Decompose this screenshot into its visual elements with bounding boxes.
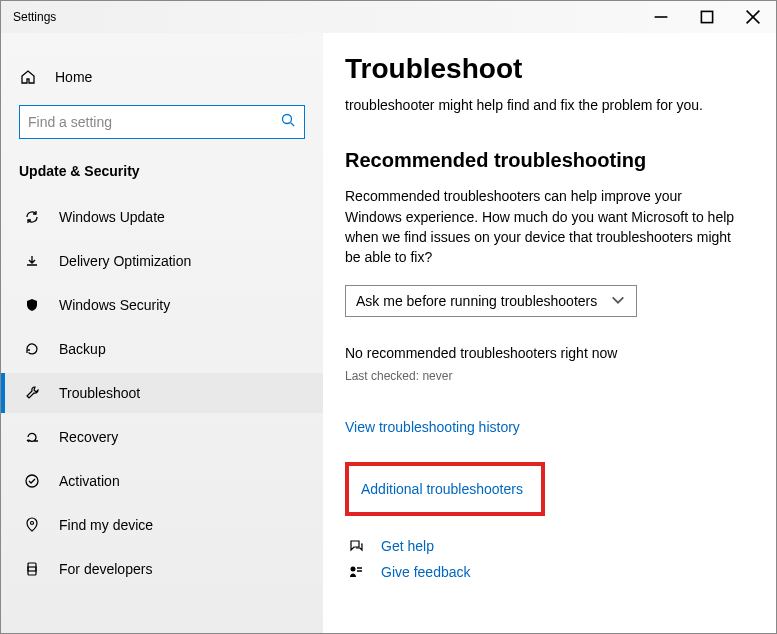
search-input[interactable] <box>19 105 305 139</box>
nav-label: Backup <box>59 341 106 357</box>
search-icon <box>280 112 296 132</box>
check-circle-icon <box>23 473 41 489</box>
nav-label: Recovery <box>59 429 118 445</box>
chevron-down-icon <box>610 292 626 311</box>
home-button[interactable]: Home <box>1 61 323 93</box>
search-field[interactable] <box>28 114 280 130</box>
recommended-heading: Recommended troubleshooting <box>345 149 740 172</box>
give-feedback-link[interactable]: Give feedback <box>345 564 740 580</box>
window-title: Settings <box>13 10 56 24</box>
download-icon <box>23 253 41 269</box>
svg-rect-1 <box>701 11 712 22</box>
nav-label: Troubleshoot <box>59 385 140 401</box>
get-help-label: Get help <box>381 538 434 554</box>
sidebar-item-backup[interactable]: Backup <box>1 329 323 369</box>
wrench-icon <box>23 385 41 401</box>
sidebar-item-troubleshoot[interactable]: Troubleshoot <box>1 373 323 413</box>
recommended-body: Recommended troubleshooters can help imp… <box>345 186 740 267</box>
highlight-box: Additional troubleshooters <box>345 462 545 516</box>
sidebar: Home Update & Security Windows Update De… <box>1 33 323 633</box>
svg-rect-8 <box>28 563 36 575</box>
additional-troubleshooters-link[interactable]: Additional troubleshooters <box>361 481 523 497</box>
sidebar-item-recovery[interactable]: Recovery <box>1 417 323 457</box>
nav-label: Windows Security <box>59 297 170 313</box>
nav-label: Find my device <box>59 517 153 533</box>
sidebar-item-delivery-optimization[interactable]: Delivery Optimization <box>1 241 323 281</box>
sidebar-item-windows-security[interactable]: Windows Security <box>1 285 323 325</box>
page-title: Troubleshoot <box>345 53 740 85</box>
nav-label: For developers <box>59 561 152 577</box>
location-icon <box>23 517 41 533</box>
last-checked: Last checked: never <box>345 369 740 383</box>
history-link[interactable]: View troubleshooting history <box>345 419 520 435</box>
sidebar-item-find-my-device[interactable]: Find my device <box>1 505 323 545</box>
sidebar-item-windows-update[interactable]: Windows Update <box>1 197 323 237</box>
svg-point-4 <box>283 115 292 124</box>
svg-point-6 <box>26 475 38 487</box>
svg-point-10 <box>351 567 356 572</box>
status-text: No recommended troubleshooters right now <box>345 345 740 361</box>
recommendation-dropdown[interactable]: Ask me before running troubleshooters <box>345 285 637 317</box>
home-icon <box>19 69 37 85</box>
recovery-icon <box>23 429 41 445</box>
help-chat-icon <box>345 538 367 554</box>
svg-rect-9 <box>28 567 36 571</box>
maximize-button[interactable] <box>684 1 730 33</box>
developers-icon <box>23 561 41 577</box>
shield-icon <box>23 297 41 313</box>
nav-label: Windows Update <box>59 209 165 225</box>
dropdown-value: Ask me before running troubleshooters <box>356 293 597 309</box>
get-help-link[interactable]: Get help <box>345 538 740 554</box>
close-button[interactable] <box>730 1 776 33</box>
backup-icon <box>23 341 41 357</box>
sync-icon <box>23 209 41 225</box>
feedback-icon <box>345 564 367 580</box>
nav-label: Activation <box>59 473 120 489</box>
nav-label: Delivery Optimization <box>59 253 191 269</box>
section-title: Update & Security <box>1 139 323 197</box>
home-label: Home <box>55 69 92 85</box>
intro-text: troubleshooter might help find and fix t… <box>345 95 740 115</box>
svg-point-7 <box>31 522 34 525</box>
content-area: Troubleshoot troubleshooter might help f… <box>323 33 776 633</box>
sidebar-item-activation[interactable]: Activation <box>1 461 323 501</box>
minimize-button[interactable] <box>638 1 684 33</box>
sidebar-item-for-developers[interactable]: For developers <box>1 549 323 589</box>
give-feedback-label: Give feedback <box>381 564 471 580</box>
svg-line-5 <box>291 123 295 127</box>
